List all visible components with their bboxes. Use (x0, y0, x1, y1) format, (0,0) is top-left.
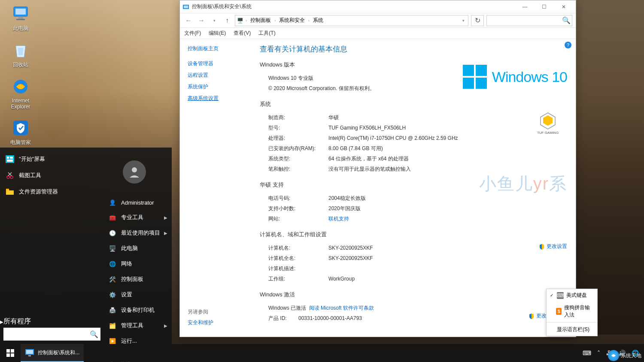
ime-show-langbar[interactable]: 显示语言栏(S) (547, 323, 597, 336)
v-ram: 8.00 GB (7.84 GB 可用) (328, 145, 567, 152)
change-settings-link[interactable]: 更改设置 (539, 243, 567, 250)
ime-footer: 显示语言栏(S) (557, 326, 589, 333)
ie-icon (11, 77, 30, 96)
v-manufacturer: 华硕 (328, 114, 567, 121)
crumb-system-security[interactable]: 系统和安全 (278, 16, 306, 25)
crumb-control-panel[interactable]: 控制面板 (249, 16, 272, 25)
nav-recent[interactable]: ▾ (209, 15, 219, 26)
shield-icon (529, 313, 535, 319)
svg-rect-9 (7, 160, 13, 162)
svg-point-10 (7, 176, 9, 178)
start-search[interactable]: 🔍 (3, 328, 100, 341)
menu-view[interactable]: 查看(V) (234, 30, 251, 37)
search-icon[interactable]: 🔍 (561, 16, 572, 24)
ime-label: 美式键盘 (566, 292, 587, 299)
admin-icon: 🗂️ (109, 323, 116, 329)
sidepane-home[interactable]: 控制面板主页 (188, 45, 249, 52)
sm-this-pc[interactable]: 🖥️此电脑 (103, 241, 172, 256)
sm-admin-tools[interactable]: 🗂️管理工具▶ (103, 318, 172, 333)
recycle-icon (11, 41, 30, 60)
nav-up[interactable]: ↑ (222, 15, 232, 26)
start-menu: "开始"屏幕 截图工具 文件资源管理器 👤Administrator 🧰专业工具… (0, 148, 172, 344)
sm-settings[interactable]: ⚙️设置 (103, 287, 172, 302)
link-remote[interactable]: 远程设置 (188, 72, 249, 79)
link-protection[interactable]: 系统保护 (188, 83, 249, 90)
see-also-link[interactable]: 安全和维护 (188, 319, 213, 326)
menu-edit[interactable]: 编辑(E) (209, 30, 226, 37)
main-pane: 查看有关计算机的基本信息 Windows 版本 Windows 10 专业版 ©… (257, 39, 576, 337)
windows-logo: Windows 10 (463, 65, 567, 89)
tray-keyboard-icon[interactable]: ⌨ (581, 350, 593, 356)
maximize-button[interactable]: ☐ (535, 0, 554, 13)
ime-item-sogou[interactable]: S搜狗拼音输入法 (547, 302, 597, 321)
svg-rect-2 (18, 17, 23, 19)
ime-item-us[interactable]: ✓⌨美式键盘 (547, 289, 597, 302)
k-ram: 已安装的内存(RAM): (268, 145, 328, 152)
desktop-icons: 此电脑 回收站 Internet Explorer 电脑管家 (5, 4, 39, 155)
svg-rect-12 (6, 189, 9, 190)
search-box[interactable]: 🔍 (486, 15, 572, 26)
search-icon: 🔍 (88, 330, 100, 338)
sm-label: 管理工具 (121, 322, 143, 329)
tile-label: 文件资源管理器 (19, 188, 58, 196)
chevron-right-icon: ▶ (164, 323, 167, 328)
start-tile-snip[interactable]: 截图工具 (0, 167, 103, 184)
start-search-input[interactable] (3, 331, 88, 337)
link-device-manager[interactable]: 设备管理器 (188, 60, 249, 67)
v-type: 64 位操作系统，基于 x64 的处理器 (328, 155, 567, 163)
desktop-icon-pcmgr[interactable]: 电脑管家 (5, 118, 36, 146)
menu-tools[interactable]: 工具(T) (258, 30, 275, 37)
license-terms-link[interactable]: 阅读 Microsoft 软件许可条款 (309, 305, 374, 311)
close-button[interactable]: ✕ (554, 0, 573, 13)
menubar: 文件(F) 编辑(E) 查看(V) 工具(T) (180, 28, 576, 39)
svg-rect-15 (184, 6, 188, 8)
pc-icon (25, 349, 34, 356)
titlebar[interactable]: 控制面板\系统和安全\系统 — ☐ ✕ (180, 0, 576, 13)
nav-forward[interactable]: → (196, 15, 207, 26)
sidepane: 控制面板主页 设备管理器 远程设置 系统保护 高级系统设置 另请参阅 安全和维护 (180, 39, 257, 337)
chevron-right-icon: › (244, 18, 248, 23)
user-avatar[interactable] (123, 160, 146, 184)
sm-label: Administrator (121, 199, 154, 206)
v-processor: Intel(R) Core(TM) i7-10750H CPU @ 2.60GH… (328, 134, 567, 142)
breadcrumb-box[interactable]: 🖥️› 控制面板› 系统和安全› 系统 ▾ (235, 15, 468, 26)
sm-devices-printers[interactable]: 🖨️设备和打印机 (103, 302, 172, 318)
sm-pro-tools[interactable]: 🧰专业工具▶ (103, 210, 172, 225)
crumb-system[interactable]: 系统 (312, 16, 325, 25)
svg-rect-6 (6, 155, 14, 163)
minimize-button[interactable]: — (515, 0, 535, 13)
change-settings-text: 更改设置 (547, 243, 567, 250)
sm-control-panel[interactable]: 🛠️控制面板 (103, 272, 172, 287)
link-advanced[interactable]: 高级系统设置 (188, 95, 249, 102)
desktop-icon-ie[interactable]: Internet Explorer (5, 77, 36, 110)
sm-network[interactable]: 🌐网络 (103, 256, 172, 272)
refresh-button[interactable]: ↻ (471, 15, 484, 26)
nav-back[interactable]: ← (183, 15, 194, 26)
start-tile-explorer[interactable]: 文件资源管理器 (0, 184, 103, 200)
chevron-down-icon[interactable]: ▾ (461, 18, 466, 23)
section-activation: Windows 激活 (260, 291, 567, 299)
sm-recent[interactable]: 🕓最近使用的项目▶ (103, 225, 172, 241)
menu-file[interactable]: 文件(F) (184, 30, 201, 37)
sm-label: 设备和打印机 (121, 306, 155, 314)
start-all-programs[interactable]: ▶所有程序 (0, 317, 103, 326)
desktop-icon-this-pc[interactable]: 此电脑 (5, 4, 36, 32)
section-system: 系统 (260, 100, 567, 108)
divider (547, 322, 597, 323)
run-icon: ▶️ (109, 338, 116, 344)
oem-site-link[interactable]: 联机支持 (328, 216, 349, 222)
start-tile-start-screen[interactable]: "开始"屏幕 (0, 151, 103, 167)
taskbar-item-system[interactable]: 控制面板\系统和... (21, 344, 84, 362)
pc-icon (11, 4, 30, 23)
start-button[interactable] (0, 344, 21, 362)
pc-icon: 🖥️ (109, 245, 116, 252)
v-pid: 00331-10000-00001-AA793 (298, 314, 567, 322)
search-input[interactable] (487, 18, 561, 24)
tray-chevron-up-icon[interactable]: ˄ (595, 350, 602, 356)
k-processor: 处理器: (268, 134, 328, 142)
desktop-icon-recycle[interactable]: 回收站 (5, 41, 36, 69)
sm-user[interactable]: 👤Administrator (103, 196, 172, 210)
k-type: 系统类型: (268, 155, 328, 163)
taskbar-item-label: 控制面板\系统和... (38, 349, 79, 356)
see-also: 另请参阅 安全和维护 (180, 302, 221, 332)
